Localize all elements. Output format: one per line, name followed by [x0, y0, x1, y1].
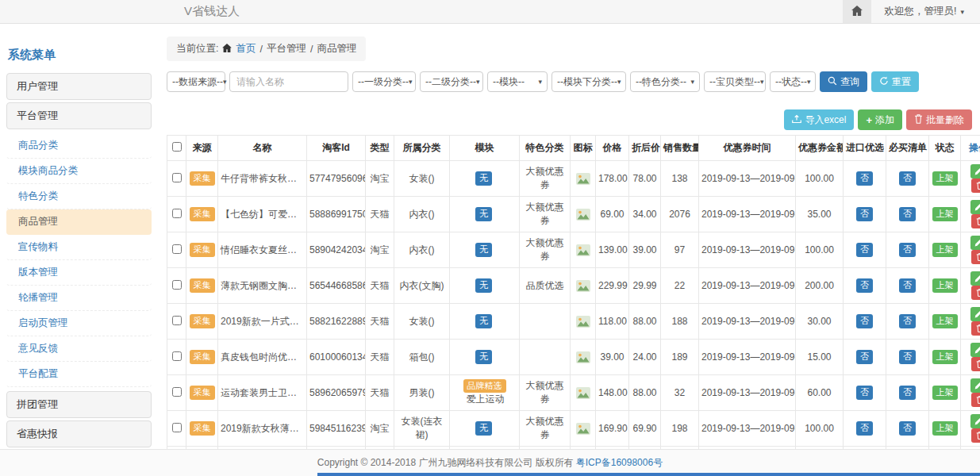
edit-icon	[974, 237, 980, 249]
sidebar-panel[interactable]: 拼团管理	[6, 391, 152, 418]
sidebar-sub-item[interactable]: 意见反馈	[6, 336, 152, 362]
edit-button[interactable]	[970, 200, 980, 214]
status-badge[interactable]: 上架	[932, 314, 958, 328]
import-excel-label: 导入excel	[805, 113, 846, 127]
row-checkbox[interactable]	[172, 423, 182, 432]
delete-button[interactable]	[971, 178, 980, 193]
edit-button[interactable]	[970, 164, 980, 178]
import-excel-button[interactable]: 导入excel	[784, 109, 854, 130]
status-cell: 上架	[929, 197, 961, 232]
row-checkbox[interactable]	[172, 244, 182, 254]
products-table: 来源名称淘客Id类型所属分类模块特色分类图标价格折后价销售数量优惠券时间优惠券金…	[167, 135, 980, 476]
import-select-badge[interactable]: 否	[856, 421, 873, 436]
edit-button[interactable]	[970, 378, 980, 393]
sidebar-sub-item[interactable]: 宣传物料	[6, 235, 152, 260]
coupon-amount-cell: 100.00	[796, 232, 844, 268]
delete-button[interactable]	[971, 393, 980, 407]
sidebar-panel[interactable]: 用户管理	[6, 73, 152, 100]
must-buy-badge[interactable]: 否	[899, 171, 916, 186]
feature-cell	[520, 340, 571, 375]
status-badge[interactable]: 上架	[932, 350, 958, 364]
delete-button[interactable]	[971, 321, 980, 336]
row-checkbox[interactable]	[172, 387, 182, 397]
data-source-select[interactable]: --数据来源-- ▾	[167, 71, 225, 92]
status-badge[interactable]: 上架	[932, 386, 958, 400]
filter-select[interactable]: --模块-- ▾	[487, 71, 548, 92]
filter-select[interactable]: --模块下分类-- ▾	[551, 71, 626, 92]
sidebar-sub-item[interactable]: 启动页管理	[6, 311, 152, 336]
module-badge: 无	[475, 207, 492, 221]
home-button[interactable]	[843, 0, 871, 23]
import-select-badge[interactable]: 否	[856, 314, 873, 328]
icp-link[interactable]: 粤ICP备16098006号	[576, 456, 663, 470]
type-cell: 淘宝	[366, 161, 394, 197]
filter-select[interactable]: --二级分类-- ▾	[420, 71, 483, 92]
must-buy-badge[interactable]: 否	[899, 314, 916, 328]
filter-select[interactable]: --一级分类-- ▾	[352, 71, 416, 92]
import-select-badge[interactable]: 否	[856, 207, 873, 221]
filter-select[interactable]: --状态-- ▾	[770, 71, 816, 92]
edit-button[interactable]	[970, 236, 980, 250]
sidebar-sub-item[interactable]: 版本管理	[6, 260, 152, 286]
import-select-badge[interactable]: 否	[856, 386, 873, 400]
taoke-id-cell: 589620659791	[307, 375, 366, 411]
must-buy-badge[interactable]: 否	[899, 386, 916, 400]
feature-cell: 大额优惠券	[520, 411, 571, 447]
edit-button[interactable]	[970, 343, 980, 357]
source-badge: 采集	[190, 314, 215, 328]
row-checkbox[interactable]	[172, 173, 182, 182]
row-checkbox[interactable]	[172, 209, 182, 218]
status-badge[interactable]: 上架	[932, 171, 958, 186]
filter-select-value: --宝贝类型--	[709, 75, 760, 89]
sidebar-sub-item[interactable]: 轮播管理	[6, 286, 152, 311]
sidebar-sub-item[interactable]: 商品管理	[6, 209, 152, 235]
delete-button[interactable]	[971, 250, 980, 264]
filter-select[interactable]: --宝贝类型-- ▾	[704, 71, 766, 92]
sidebar-sub-item[interactable]: 平台配置	[6, 362, 152, 387]
delete-button[interactable]	[971, 286, 980, 300]
sidebar-sub-item[interactable]: 模块商品分类	[6, 159, 152, 184]
sidebar: 系统菜单 用户管理 平台管理 商品分类 模块商品分类 特色分类 商品管理 宣传物…	[6, 40, 152, 476]
must-buy-badge[interactable]: 否	[899, 243, 916, 257]
row-checkbox[interactable]	[172, 316, 182, 325]
must-buy-badge[interactable]: 否	[899, 350, 916, 364]
filter-select[interactable]: --特色分类-- ▾	[630, 71, 700, 92]
sales-cell: 189	[661, 340, 699, 375]
delete-button[interactable]	[971, 214, 980, 228]
price-cell: 229.99	[596, 268, 629, 304]
name-search-input[interactable]	[229, 71, 348, 92]
must-buy-badge[interactable]: 否	[899, 278, 916, 293]
import-select-badge[interactable]: 否	[856, 243, 873, 257]
sales-cell: 188	[661, 304, 699, 340]
status-badge[interactable]: 上架	[932, 243, 958, 257]
sidebar-panel-label: 省惠快报	[17, 428, 58, 440]
import-select-badge[interactable]: 否	[856, 171, 873, 186]
edit-button[interactable]	[970, 307, 980, 321]
must-buy-badge[interactable]: 否	[899, 207, 916, 221]
breadcrumb-home-link[interactable]: 首页	[236, 42, 256, 56]
delete-button[interactable]	[971, 428, 980, 443]
status-badge[interactable]: 上架	[932, 207, 958, 221]
import-select-badge[interactable]: 否	[856, 278, 873, 293]
refresh-icon	[879, 76, 889, 88]
column-header: 模块	[450, 136, 520, 161]
row-checkbox[interactable]	[172, 280, 182, 290]
status-badge[interactable]: 上架	[932, 421, 958, 436]
edit-button[interactable]	[970, 414, 980, 428]
sidebar-panel[interactable]: 省惠快报	[6, 420, 152, 447]
delete-button[interactable]	[971, 357, 980, 371]
reset-button[interactable]: 重置	[871, 71, 919, 92]
select-all-checkbox[interactable]	[172, 142, 182, 152]
status-badge[interactable]: 上架	[932, 278, 958, 293]
must-buy-badge[interactable]: 否	[899, 421, 916, 436]
batch-delete-button[interactable]: 批量删除	[906, 109, 972, 130]
row-checkbox[interactable]	[172, 351, 182, 361]
sidebar-sub-item[interactable]: 商品分类	[6, 133, 152, 159]
search-button[interactable]: 查询	[820, 71, 867, 92]
import-select-badge[interactable]: 否	[856, 350, 873, 364]
sidebar-panel[interactable]: 平台管理	[6, 102, 152, 129]
add-button[interactable]: + 添加	[858, 109, 902, 130]
user-menu[interactable]: 欢迎您，管理员! ▾	[871, 5, 980, 18]
edit-button[interactable]	[970, 271, 980, 286]
sidebar-sub-item[interactable]: 特色分类	[6, 184, 152, 209]
